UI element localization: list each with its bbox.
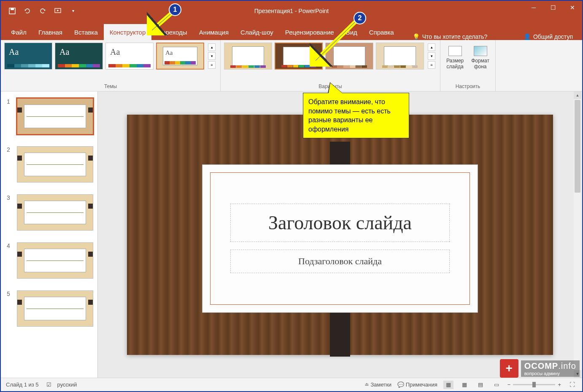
annotation-badge-2: 2 (354, 12, 366, 24)
slide-subtitle-text: Подзаголовок слайда (237, 256, 444, 267)
watermark-icon: + (500, 359, 518, 378)
slide-title-text: Заголовок слайда (238, 212, 442, 234)
scroll-up-icon[interactable]: ▲ (574, 91, 581, 99)
subtitle-placeholder[interactable]: Подзаголовок слайда (230, 250, 450, 273)
tab-design[interactable]: Конструктор (104, 24, 152, 40)
customize-group: Размер слайда Формат фона Настроить (440, 40, 496, 91)
slide-card: Заголовок слайда Подзаголовок слайда (202, 164, 478, 313)
slide-thumbnail-2[interactable] (17, 146, 93, 183)
slide-number: 2 (7, 146, 13, 153)
format-bg-label: Формат фона (471, 58, 489, 70)
slide-item[interactable]: 2 (1, 145, 97, 193)
slide-number: 4 (7, 242, 13, 249)
theme-thumb-3[interactable]: Aa (105, 43, 154, 70)
variant-thumb-4[interactable] (376, 43, 424, 70)
slide-panel[interactable]: 1 2 3 4 5 (1, 91, 98, 378)
variants-more: ▴ ▾ ≡ (426, 43, 437, 70)
annotation-badge-1: 1 (169, 3, 181, 16)
comments-button[interactable]: 💬 Примечания (397, 381, 437, 388)
tab-home[interactable]: Главная (32, 24, 68, 40)
themes-scroll-down[interactable]: ▾ (208, 52, 216, 60)
slide-counter: Слайд 1 из 5 (6, 381, 39, 388)
theme-thumb-4[interactable]: Aa (156, 43, 204, 70)
language-label[interactable]: русский (57, 381, 77, 388)
window-title: Презентация1 - PowerPoint (254, 8, 329, 14)
slide-thumbnail-3[interactable] (17, 194, 93, 231)
variants-scroll-down[interactable]: ▾ (428, 52, 435, 60)
watermark-sub: вопросы админу (524, 371, 576, 376)
quick-access-toolbar: ▾ (1, 6, 84, 16)
watermark: + OCOMP.info вопросы админу (500, 359, 580, 378)
start-slideshow-button[interactable] (53, 6, 62, 16)
slide-number: 5 (7, 290, 13, 297)
slide-size-label: Размер слайда (446, 58, 464, 70)
watermark-suffix: .info (558, 361, 576, 371)
qat-customize-icon[interactable]: ▾ (68, 6, 78, 16)
slide-size-button[interactable]: Размер слайда (444, 44, 466, 72)
format-background-button[interactable]: Формат фона (469, 44, 492, 72)
workspace: 1 2 3 4 5 (1, 91, 582, 378)
customize-group-label: Настроить (456, 83, 480, 89)
slide-number: 1 (7, 98, 13, 105)
scroll-thumb[interactable] (575, 100, 580, 193)
maximize-button[interactable]: ☐ (543, 1, 563, 14)
save-button[interactable] (8, 6, 17, 16)
tell-me-label: Что вы хотите сделать? (422, 33, 488, 40)
sorter-view-button[interactable]: ▦ (459, 381, 470, 389)
slide-item[interactable]: 4 (1, 241, 97, 289)
tab-slideshow[interactable]: Слайд-шоу (235, 24, 279, 40)
minimize-button[interactable]: ─ (524, 1, 543, 14)
share-button[interactable]: 👤 Общий доступ (524, 33, 573, 40)
svg-rect-1 (11, 8, 14, 10)
slide-thumbnail-4[interactable] (17, 242, 93, 279)
zoom-in-icon[interactable]: + (558, 381, 561, 388)
close-button[interactable]: ✕ (563, 1, 582, 14)
redo-button[interactable] (38, 6, 47, 16)
tab-file[interactable]: Файл (5, 24, 32, 40)
variants-expand[interactable]: ≡ (428, 61, 435, 69)
slide-item[interactable]: 1 (1, 97, 97, 145)
theme-thumb-1[interactable]: Aa (4, 43, 52, 70)
slide-item[interactable]: 5 (1, 289, 97, 337)
title-placeholder[interactable]: Заголовок слайда (230, 204, 450, 242)
tell-me-search[interactable]: 💡 Что вы хотите сделать? (408, 33, 492, 40)
zoom-out-icon[interactable]: − (507, 381, 511, 388)
themes-group: Aa Aa Aa Aa ▴ ▾ ≡ Темы (1, 40, 221, 91)
variants-scroll-up[interactable]: ▴ (428, 43, 435, 51)
slide-thumbnail-1[interactable] (17, 98, 93, 134)
lightbulb-icon: 💡 (413, 33, 420, 40)
variant-thumb-1[interactable] (224, 43, 272, 70)
ribbon-tabs: Файл Главная Вставка Конструктор Переход… (1, 21, 582, 40)
zoom-slider[interactable] (513, 384, 555, 385)
zoom-control[interactable]: − + (507, 381, 561, 388)
ribbon: Aa Aa Aa Aa ▴ ▾ ≡ Темы (1, 40, 582, 91)
callout-text: Обратите внимание, что помимо темы — ест… (308, 98, 391, 133)
themes-group-label: Темы (104, 83, 117, 89)
annotation-arrow-2 (310, 20, 360, 67)
theme-thumb-2[interactable]: Aa (55, 43, 103, 70)
notes-button[interactable]: ≐ Заметки (364, 381, 391, 388)
slide-number: 3 (7, 194, 13, 201)
clip-top (330, 142, 350, 166)
format-bg-icon (474, 46, 487, 56)
slide-thumbnail-5[interactable] (17, 290, 93, 327)
annotation-callout: Обратите внимание, что помимо темы — ест… (303, 93, 409, 138)
slide-canvas[interactable]: Заголовок слайда Подзаголовок слайда (127, 115, 553, 355)
reading-view-button[interactable]: ▤ (475, 381, 486, 389)
title-bar: ▾ Презентация1 - PowerPoint ─ ☐ ✕ (1, 1, 582, 21)
fit-to-window-button[interactable]: ⛶ (567, 381, 577, 389)
slide-item[interactable]: 3 (1, 193, 97, 241)
clip-bottom (330, 313, 350, 357)
normal-view-button[interactable]: ▦ (443, 381, 453, 389)
tab-insert[interactable]: Вставка (68, 24, 104, 40)
vertical-scrollbar[interactable]: ▲ ▼ (574, 91, 581, 378)
themes-expand[interactable]: ≡ (208, 61, 216, 69)
themes-more: ▴ ▾ ≡ (207, 43, 217, 70)
tab-help[interactable]: Справка (363, 24, 400, 40)
slideshow-view-button[interactable]: ▭ (491, 381, 502, 389)
tab-animations[interactable]: Анимация (193, 24, 235, 40)
share-icon: 👤 (524, 33, 531, 40)
spell-check-icon[interactable]: ☑ (46, 381, 51, 388)
themes-scroll-up[interactable]: ▴ (208, 43, 216, 51)
undo-button[interactable] (23, 6, 32, 16)
